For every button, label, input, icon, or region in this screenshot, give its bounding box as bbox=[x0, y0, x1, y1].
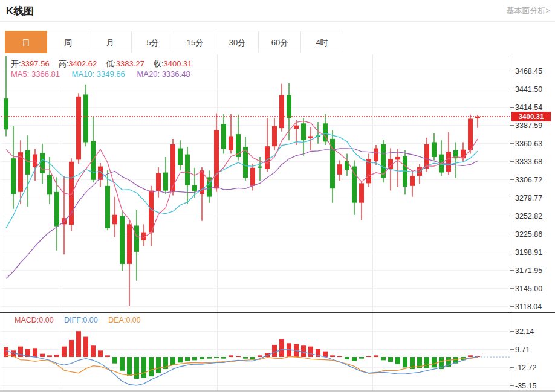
svg-text:3145.00: 3145.00 bbox=[515, 284, 542, 293]
candles-layer bbox=[4, 56, 480, 306]
svg-text:3118.04: 3118.04 bbox=[515, 303, 542, 311]
tab-period-7[interactable]: 4时 bbox=[301, 31, 343, 53]
svg-text:3387.59: 3387.59 bbox=[515, 121, 542, 130]
tab-period-4[interactable]: 15分 bbox=[174, 31, 216, 53]
chart-area: 3468.453441.503414.543387.593360.633333.… bbox=[0, 0, 555, 392]
svg-text:3225.86: 3225.86 bbox=[515, 230, 542, 239]
svg-text:3441.50: 3441.50 bbox=[515, 85, 542, 94]
svg-text:3252.82: 3252.82 bbox=[515, 212, 542, 220]
svg-text:3360.63: 3360.63 bbox=[515, 140, 542, 148]
svg-text:3279.77: 3279.77 bbox=[515, 194, 542, 202]
tab-period-2[interactable]: 月 bbox=[89, 31, 132, 53]
svg-text:9.71: 9.71 bbox=[515, 345, 530, 354]
tab-period-3[interactable]: 5分 bbox=[132, 31, 174, 53]
svg-text:-35.15: -35.15 bbox=[515, 382, 536, 390]
macd-bars bbox=[4, 331, 480, 379]
svg-text:-12.72: -12.72 bbox=[515, 364, 536, 372]
tab-period-0[interactable]: 日 bbox=[5, 31, 47, 53]
fundamental-analysis-link[interactable]: 基本面分析> bbox=[506, 5, 550, 16]
tab-period-1[interactable]: 周 bbox=[47, 31, 89, 53]
page-title: K线图 bbox=[6, 4, 34, 18]
main-y-axis: 3468.453441.503414.543387.593360.633333.… bbox=[510, 54, 542, 313]
svg-text:3198.91: 3198.91 bbox=[515, 248, 542, 257]
svg-text:3414.54: 3414.54 bbox=[515, 103, 542, 112]
svg-text:32.14: 32.14 bbox=[515, 327, 534, 336]
candlestick-chart[interactable]: 3468.453441.503414.543387.593360.633333.… bbox=[0, 54, 555, 313]
tab-period-6[interactable]: 60分 bbox=[259, 31, 301, 53]
page-header: K线图 基本面分析> bbox=[0, 0, 555, 22]
macd-chart[interactable]: 32.149.71-12.72-35.15 bbox=[0, 313, 555, 392]
svg-text:3171.95: 3171.95 bbox=[515, 266, 542, 275]
period-tabs: 日周月5分15分30分60分4时 bbox=[5, 31, 343, 53]
svg-text:3333.68: 3333.68 bbox=[515, 158, 542, 166]
macd-y-axis: 32.149.71-12.72-35.15 bbox=[510, 313, 536, 392]
svg-text:3306.72: 3306.72 bbox=[515, 176, 542, 184]
main-grid-layer bbox=[1, 54, 511, 313]
kline-page: K线图 基本面分析> 日周月5分15分30分60分4时 3468.453441.… bbox=[0, 0, 555, 392]
tab-period-5[interactable]: 30分 bbox=[216, 31, 259, 53]
svg-text:3468.45: 3468.45 bbox=[515, 67, 542, 76]
